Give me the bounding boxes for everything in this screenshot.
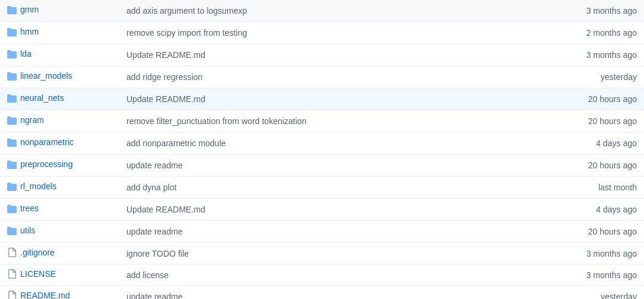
file-link[interactable]: rl_models xyxy=(7,181,57,191)
folder-icon xyxy=(7,27,17,36)
file-link[interactable]: preprocessing xyxy=(7,159,73,169)
file-name-cell: preprocessing xyxy=(0,155,119,177)
commit-time: 20 hours ago xyxy=(507,221,644,243)
commit-time: 3 months ago xyxy=(507,44,644,66)
commit-message: add dyna plot xyxy=(119,177,507,199)
file-name: neural_nets xyxy=(20,93,64,103)
commit-message: add ridge regression xyxy=(119,66,507,88)
commit-time: 4 days ago xyxy=(507,132,644,155)
commit-message: Update README.md xyxy=(119,44,507,66)
folder-icon xyxy=(7,72,17,80)
folder-icon xyxy=(7,50,17,58)
commit-time: 20 hours ago xyxy=(507,110,644,132)
file-link[interactable]: hmm xyxy=(7,27,39,36)
file-name-cell: LICENSE xyxy=(0,264,119,286)
file-name-cell: ngram xyxy=(0,110,119,132)
file-link[interactable]: README.md xyxy=(7,291,70,299)
file-name: .gitignore xyxy=(20,248,55,257)
commit-message: ignore TODO file xyxy=(119,243,507,264)
file-name-cell: README.md xyxy=(0,286,119,300)
file-name-cell: utils xyxy=(0,221,119,243)
file-name: trees xyxy=(20,204,39,213)
commit-time: 2 months ago xyxy=(507,22,644,44)
file-link[interactable]: linear_models xyxy=(7,71,72,81)
file-link[interactable]: gmm xyxy=(7,5,39,14)
file-name: ngram xyxy=(20,115,44,125)
file-link[interactable]: nonparametric xyxy=(7,137,74,147)
commit-time: 3 months ago xyxy=(507,0,644,22)
file-name-cell: nonparametric xyxy=(0,132,119,155)
commit-message: Update README.md xyxy=(119,88,507,110)
folder-icon xyxy=(7,182,17,190)
commit-message: Update README.md xyxy=(119,199,507,221)
file-link[interactable]: LICENSE xyxy=(7,269,56,279)
folder-icon xyxy=(7,94,17,102)
commit-message: add axis argument to logsumexp xyxy=(119,0,507,22)
commit-message: update readme xyxy=(119,286,507,300)
file-name: LICENSE xyxy=(20,269,56,279)
commit-time: 3 months ago xyxy=(507,243,644,264)
file-name: nonparametric xyxy=(20,137,74,147)
commit-time: 3 months ago xyxy=(507,264,644,286)
folder-icon xyxy=(7,5,17,14)
file-name-cell: lda xyxy=(0,44,119,66)
file-link[interactable]: trees xyxy=(7,204,39,213)
file-list: gmm add axis argument to logsumexp 3 mon… xyxy=(0,0,644,299)
file-name: linear_models xyxy=(20,71,72,81)
commit-message: remove filter_punctuation from word toke… xyxy=(119,110,507,132)
file-name: gmm xyxy=(20,5,39,14)
file-name: preprocessing xyxy=(20,159,73,169)
folder-icon xyxy=(7,204,17,212)
commit-time: 4 days ago xyxy=(507,199,644,221)
file-icon xyxy=(7,291,17,299)
file-name: README.md xyxy=(20,291,70,299)
commit-message: add nonparametric module xyxy=(119,132,507,155)
file-link[interactable]: ngram xyxy=(7,115,44,125)
commit-time: 20 hours ago xyxy=(507,88,644,110)
file-name-cell: .gitignore xyxy=(0,243,119,264)
commit-time: yesterday xyxy=(507,286,644,300)
file-name-cell: rl_models xyxy=(0,177,119,199)
file-name-cell: neural_nets xyxy=(0,88,119,110)
file-name: utils xyxy=(20,226,35,235)
file-name-cell: gmm xyxy=(0,0,119,22)
commit-message: update readme xyxy=(119,221,507,243)
commit-time: 20 hours ago xyxy=(507,155,644,177)
file-link[interactable]: utils xyxy=(7,226,35,235)
file-name-cell: trees xyxy=(0,199,119,221)
commit-message: remove scipy import from testing xyxy=(119,22,507,44)
file-name: lda xyxy=(20,49,32,58)
file-link[interactable]: lda xyxy=(7,49,32,58)
file-icon xyxy=(7,248,17,257)
folder-icon xyxy=(7,138,17,146)
commit-message: update readme xyxy=(119,155,507,177)
file-name-cell: linear_models xyxy=(0,66,119,88)
file-name: rl_models xyxy=(20,181,57,191)
file-icon xyxy=(7,269,17,279)
commit-time: yesterday xyxy=(507,66,644,88)
folder-icon xyxy=(7,116,17,124)
commit-time: last month xyxy=(507,177,644,199)
folder-icon xyxy=(7,226,17,235)
file-name-cell: hmm xyxy=(0,22,119,44)
file-link[interactable]: neural_nets xyxy=(7,93,64,103)
file-name: hmm xyxy=(20,27,39,36)
folder-icon xyxy=(7,160,17,168)
commit-message: add license xyxy=(119,264,507,286)
file-link[interactable]: .gitignore xyxy=(7,248,55,257)
